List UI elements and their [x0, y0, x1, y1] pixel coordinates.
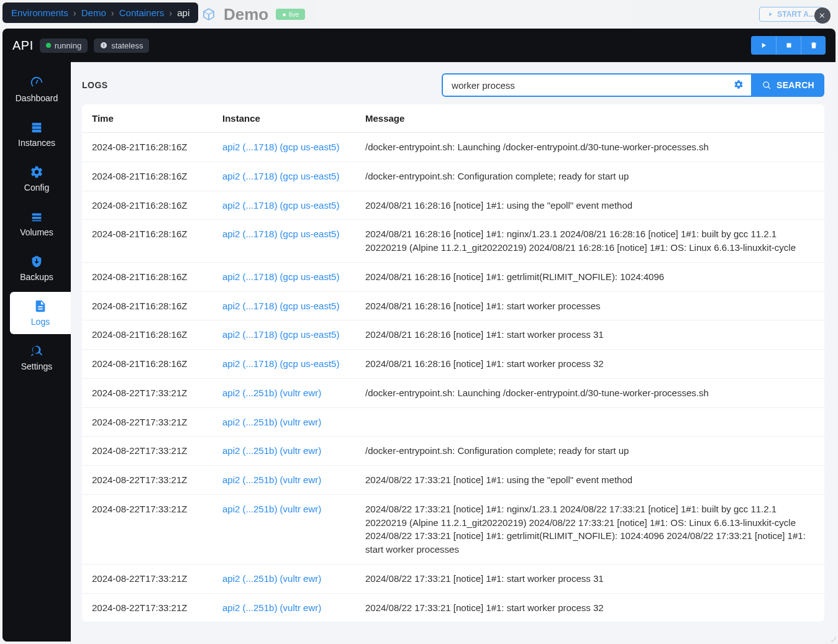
- table-row: 2024-08-21T16:28:16Zapi2 (...1718) (gcp …: [82, 220, 824, 263]
- instance-link[interactable]: api2 (...251b) (vultr ewr): [222, 445, 321, 456]
- cell-time: 2024-08-21T16:28:16Z: [82, 220, 212, 263]
- instance-link[interactable]: api2 (...1718) (gcp us-east5): [222, 358, 339, 369]
- panel-title: LOGS: [82, 80, 108, 90]
- cell-time: 2024-08-22T17:33:21Z: [82, 494, 212, 564]
- bg-start-button[interactable]: START A...: [759, 7, 823, 22]
- table-row: 2024-08-21T16:28:16Zapi2 (...1718) (gcp …: [82, 161, 824, 191]
- play-icon: [759, 41, 768, 50]
- logs-table: Time Instance Message 2024-08-21T16:28:1…: [82, 104, 824, 622]
- cell-time: 2024-08-21T16:28:16Z: [82, 320, 212, 350]
- sidebar-item-config[interactable]: Config: [6, 158, 67, 200]
- cell-message: /docker-entrypoint.sh: Configuration com…: [355, 161, 824, 191]
- trash-icon: [809, 41, 818, 50]
- cell-message: 2024/08/21 16:28:16 [notice] 1#1: using …: [355, 191, 824, 220]
- instance-link[interactable]: api2 (...251b) (vultr ewr): [222, 504, 321, 514]
- breadcrumb-item-environments[interactable]: Environments: [11, 7, 68, 18]
- table-row: 2024-08-22T17:33:21Zapi2 (...251b) (vult…: [82, 437, 824, 466]
- svg-rect-0: [786, 43, 791, 48]
- table-row: 2024-08-22T17:33:21Zapi2 (...251b) (vult…: [82, 564, 824, 593]
- instance-link[interactable]: api2 (...251b) (vultr ewr): [222, 417, 321, 427]
- cell-time: 2024-08-22T17:33:21Z: [82, 378, 212, 407]
- instance-link[interactable]: api2 (...251b) (vultr ewr): [222, 573, 321, 584]
- instance-link[interactable]: api2 (...1718) (gcp us-east5): [222, 229, 339, 239]
- sidebar-item-backups[interactable]: Backups: [6, 247, 67, 289]
- cell-instance: api2 (...251b) (vultr ewr): [212, 378, 355, 407]
- col-header-instance: Instance: [212, 104, 355, 133]
- close-icon: [819, 12, 826, 19]
- cell-instance: api2 (...1718) (gcp us-east5): [212, 320, 355, 350]
- sidebar-item-dashboard[interactable]: Dashboard: [6, 68, 67, 111]
- cell-time: 2024-08-22T17:33:21Z: [82, 593, 212, 622]
- table-row: 2024-08-21T16:28:16Zapi2 (...1718) (gcp …: [82, 262, 824, 291]
- table-row: 2024-08-21T16:28:16Zapi2 (...1718) (gcp …: [82, 350, 824, 379]
- cell-time: 2024-08-22T17:33:21Z: [82, 437, 212, 466]
- cell-message: 2024/08/21 16:28:16 [notice] 1#1: start …: [355, 291, 824, 320]
- cell-time: 2024-08-22T17:33:21Z: [82, 564, 212, 593]
- instance-link[interactable]: api2 (...1718) (gcp us-east5): [222, 171, 339, 181]
- cell-message: 2024/08/21 16:28:16 [notice] 1#1: getrli…: [355, 262, 824, 291]
- cell-time: 2024-08-21T16:28:16Z: [82, 262, 212, 291]
- sidebar-item-label: Instances: [18, 138, 55, 148]
- search-button[interactable]: SEARCH: [752, 73, 824, 97]
- table-row: 2024-08-22T17:33:21Zapi2 (...251b) (vult…: [82, 494, 824, 564]
- search-box: [442, 73, 752, 97]
- search-input[interactable]: [452, 80, 731, 91]
- instance-link[interactable]: api2 (...1718) (gcp us-east5): [222, 301, 339, 311]
- cell-instance: api2 (...1718) (gcp us-east5): [212, 291, 355, 320]
- table-row: 2024-08-22T17:33:21Zapi2 (...251b) (vult…: [82, 378, 824, 407]
- sidebar-item-label: Volumes: [20, 227, 53, 237]
- breadcrumb: Environments›Demo›Containers›api: [2, 2, 198, 23]
- search-settings-button[interactable]: [731, 77, 746, 94]
- sidebar-item-instances[interactable]: Instances: [6, 113, 67, 155]
- content-panel: LOGS SEARCH: [71, 62, 836, 642]
- start-button[interactable]: [751, 36, 776, 55]
- modal-header: API running stateless: [2, 29, 836, 62]
- gear-icon: [734, 79, 744, 89]
- instance-link[interactable]: api2 (...251b) (vultr ewr): [222, 474, 321, 485]
- status-dot-icon: [46, 43, 51, 48]
- sidebar-item-settings[interactable]: Settings: [6, 337, 67, 379]
- container-modal: API running stateless DashboardInstances…: [2, 29, 836, 642]
- table-row: 2024-08-21T16:28:16Zapi2 (...1718) (gcp …: [82, 291, 824, 320]
- breadcrumb-item-demo[interactable]: Demo: [81, 7, 106, 18]
- cell-message: /docker-entrypoint.sh: Launching /docker…: [355, 133, 824, 162]
- cell-instance: api2 (...251b) (vultr ewr): [212, 407, 355, 437]
- sidebar-item-label: Config: [24, 183, 49, 193]
- cell-time: 2024-08-22T17:33:21Z: [82, 407, 212, 437]
- table-row: 2024-08-21T16:28:16Zapi2 (...1718) (gcp …: [82, 191, 824, 220]
- cell-instance: api2 (...1718) (gcp us-east5): [212, 191, 355, 220]
- sidebar-item-volumes[interactable]: Volumes: [6, 202, 67, 245]
- sidebar-item-label: Backups: [20, 272, 53, 282]
- dashboard-icon: [30, 76, 43, 89]
- instance-link[interactable]: api2 (...251b) (vultr ewr): [222, 602, 321, 613]
- stop-button[interactable]: [776, 36, 801, 55]
- instance-link[interactable]: api2 (...1718) (gcp us-east5): [222, 271, 339, 282]
- table-header-row: Time Instance Message: [82, 104, 824, 133]
- cell-instance: api2 (...1718) (gcp us-east5): [212, 161, 355, 191]
- cell-message: 2024/08/21 16:28:16 [notice] 1#1: nginx/…: [355, 220, 824, 263]
- cell-message: /docker-entrypoint.sh: Configuration com…: [355, 437, 824, 466]
- status-pill-running: running: [40, 39, 88, 53]
- cell-instance: api2 (...1718) (gcp us-east5): [212, 350, 355, 379]
- bg-live-badge: ●live: [276, 9, 305, 20]
- instance-link[interactable]: api2 (...1718) (gcp us-east5): [222, 329, 339, 340]
- cell-time: 2024-08-21T16:28:16Z: [82, 133, 212, 162]
- sidebar: DashboardInstancesConfigVolumesBackupsLo…: [2, 62, 71, 642]
- cell-message: 2024/08/21 16:28:16 [notice] 1#1: start …: [355, 320, 824, 350]
- instances-icon: [30, 120, 43, 134]
- instance-link[interactable]: api2 (...1718) (gcp us-east5): [222, 142, 339, 152]
- table-row: 2024-08-22T17:33:21Zapi2 (...251b) (vult…: [82, 466, 824, 495]
- table-row: 2024-08-22T17:33:21Zapi2 (...251b) (vult…: [82, 407, 824, 437]
- instance-link[interactable]: api2 (...251b) (vultr ewr): [222, 388, 321, 398]
- instance-link[interactable]: api2 (...1718) (gcp us-east5): [222, 200, 339, 211]
- delete-button[interactable]: [801, 36, 826, 55]
- cell-message: [355, 407, 824, 437]
- backups-icon: [30, 255, 43, 268]
- close-button[interactable]: [814, 7, 831, 24]
- cell-time: 2024-08-21T16:28:16Z: [82, 161, 212, 191]
- breadcrumb-item-containers[interactable]: Containers: [119, 7, 165, 18]
- cell-time: 2024-08-21T16:28:16Z: [82, 291, 212, 320]
- col-header-time: Time: [82, 104, 212, 133]
- sidebar-item-logs[interactable]: Logs: [10, 292, 71, 334]
- table-row: 2024-08-22T17:33:21Zapi2 (...251b) (vult…: [82, 593, 824, 622]
